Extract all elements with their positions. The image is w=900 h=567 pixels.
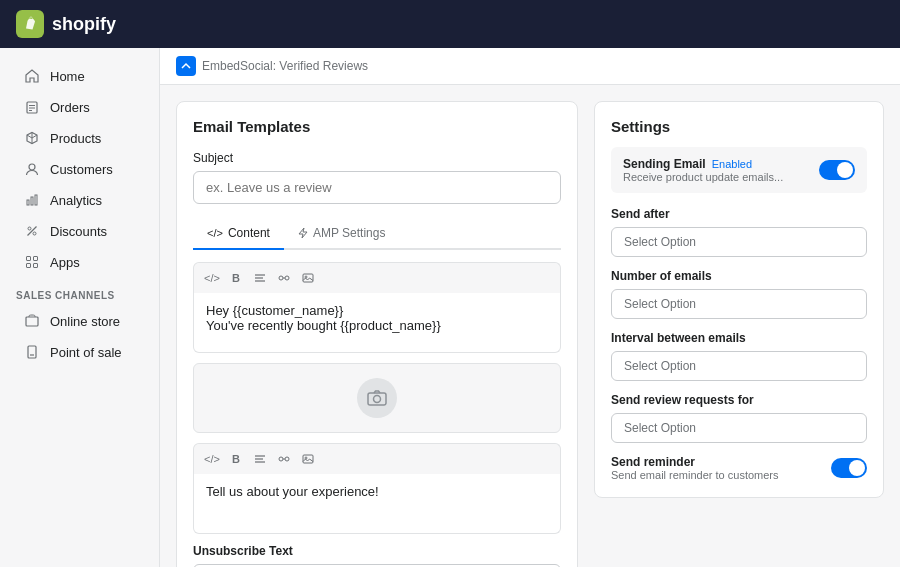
svg-rect-12 — [34, 257, 38, 261]
subject-label: Subject — [193, 151, 561, 165]
sidebar-item-analytics[interactable]: Analytics — [8, 185, 151, 215]
code-icon: </> — [207, 227, 223, 239]
sidebar-label-analytics: Analytics — [50, 193, 102, 208]
settings-title: Settings — [611, 118, 867, 135]
settings-card: Settings Sending Email Enabled Receive p… — [594, 101, 884, 498]
interval-label: Interval between emails — [611, 331, 867, 345]
svg-rect-13 — [27, 264, 31, 268]
toolbar-align-btn-2[interactable] — [250, 449, 270, 469]
sending-email-label: Sending Email — [623, 157, 706, 171]
editor-content-1[interactable]: Hey {{customer_name}} You've recently bo… — [193, 293, 561, 353]
editor-block-1: </> B Hey {{customer_name}} — [193, 262, 561, 353]
customers-icon — [24, 161, 40, 177]
num-emails-label: Number of emails — [611, 269, 867, 283]
toolbar-more-btn[interactable] — [298, 449, 318, 469]
svg-point-8 — [28, 227, 31, 230]
shopify-logo: shopify — [16, 10, 116, 38]
review-requests-row: Send review requests for Select Option — [611, 393, 867, 443]
pos-icon — [24, 344, 40, 360]
editor-block-2: </> B Tell us about your experi — [193, 443, 561, 534]
sidebar-label-discounts: Discounts — [50, 224, 107, 239]
svg-point-4 — [29, 164, 35, 170]
apps-icon — [24, 254, 40, 270]
camera-icon — [357, 378, 397, 418]
sending-email-toggle[interactable] — [819, 160, 855, 180]
tab-amp-label: AMP Settings — [313, 226, 385, 240]
sidebar-item-orders[interactable]: Orders — [8, 92, 151, 122]
sending-email-info: Sending Email Enabled Receive product up… — [623, 157, 783, 183]
sidebar-item-products[interactable]: Products — [8, 123, 151, 153]
breadcrumb-text: EmbedSocial: Verified Reviews — [202, 59, 368, 73]
toolbar-bold-btn-2[interactable]: B — [226, 449, 246, 469]
sidebar-label-products: Products — [50, 131, 101, 146]
send-after-select[interactable]: Select Option — [611, 227, 867, 257]
tab-amp-settings[interactable]: AMP Settings — [284, 218, 399, 250]
send-reminder-label: Send reminder — [611, 455, 779, 469]
main-layout: Home Orders Products Customers Analytics — [0, 48, 900, 567]
sidebar-label-home: Home — [50, 69, 85, 84]
sidebar-label-orders: Orders — [50, 100, 90, 115]
shopify-logo-icon — [16, 10, 44, 38]
content-area: EmbedSocial: Verified Reviews Email Temp… — [160, 48, 900, 567]
sidebar-label-pos: Point of sale — [50, 345, 122, 360]
unsubscribe-label: Unsubscribe Text — [193, 544, 561, 558]
svg-rect-34 — [303, 455, 313, 463]
svg-rect-15 — [26, 317, 38, 326]
svg-line-10 — [28, 227, 37, 236]
send-reminder-toggle[interactable] — [831, 458, 867, 478]
image-block[interactable] — [193, 363, 561, 433]
svg-rect-16 — [28, 346, 36, 358]
svg-rect-14 — [34, 264, 38, 268]
editor-line-3: Tell us about your experience! — [206, 484, 548, 499]
toolbar-link-btn[interactable] — [274, 268, 294, 288]
analytics-icon — [24, 192, 40, 208]
subject-input[interactable] — [193, 171, 561, 204]
editor-line-1: Hey {{customer_name}} — [206, 303, 548, 318]
send-reminder-row: Send reminder Send email reminder to cus… — [611, 455, 867, 481]
logo-text: shopify — [52, 14, 116, 35]
send-reminder-info: Send reminder Send email reminder to cus… — [611, 455, 779, 481]
two-col-layout: Email Templates Subject </> Content — [160, 85, 900, 567]
right-panel: Settings Sending Email Enabled Receive p… — [594, 101, 884, 567]
review-requests-select[interactable]: Select Option — [611, 413, 867, 443]
interval-row: Interval between emails Select Option — [611, 331, 867, 381]
svg-rect-11 — [27, 257, 31, 261]
send-after-label: Send after — [611, 207, 867, 221]
editor-toolbar-1: </> B — [193, 262, 561, 293]
svg-rect-6 — [31, 197, 33, 205]
breadcrumb-bar: EmbedSocial: Verified Reviews — [160, 48, 900, 85]
sidebar-label-apps: Apps — [50, 255, 80, 270]
content-tabs: </> Content AMP Settings — [193, 218, 561, 250]
sidebar-item-discounts[interactable]: Discounts — [8, 216, 151, 246]
sidebar-item-point-of-sale[interactable]: Point of sale — [8, 337, 151, 367]
toolbar-image-btn[interactable] — [298, 268, 318, 288]
tab-content-label: Content — [228, 226, 270, 240]
unsubscribe-section: Unsubscribe Text Note: To stop receiving… — [193, 544, 561, 567]
toolbar-code-btn-2[interactable]: </> — [202, 449, 222, 469]
sidebar-item-home[interactable]: Home — [8, 61, 151, 91]
svg-rect-22 — [285, 276, 289, 280]
svg-point-27 — [374, 396, 381, 403]
sending-email-desc: Receive product update emails... — [623, 171, 783, 183]
sidebar: Home Orders Products Customers Analytics — [0, 48, 160, 567]
toolbar-align-btn-1[interactable] — [250, 268, 270, 288]
left-panel: Email Templates Subject </> Content — [176, 101, 578, 567]
review-requests-label: Send review requests for — [611, 393, 867, 407]
num-emails-row: Number of emails Select Option — [611, 269, 867, 319]
sidebar-item-customers[interactable]: Customers — [8, 154, 151, 184]
sidebar-item-apps[interactable]: Apps — [8, 247, 151, 277]
toolbar-link-btn-2[interactable] — [274, 449, 294, 469]
editor-content-2[interactable]: Tell us about your experience! — [193, 474, 561, 534]
subject-field: Subject — [193, 151, 561, 204]
toolbar-code-btn[interactable]: </> — [202, 268, 222, 288]
toolbar-bold-btn[interactable]: B — [226, 268, 246, 288]
sidebar-label-online-store: Online store — [50, 314, 120, 329]
num-emails-select[interactable]: Select Option — [611, 289, 867, 319]
tab-content[interactable]: </> Content — [193, 218, 284, 250]
interval-select[interactable]: Select Option — [611, 351, 867, 381]
discounts-icon — [24, 223, 40, 239]
sidebar-item-online-store[interactable]: Online store — [8, 306, 151, 336]
home-icon — [24, 68, 40, 84]
top-nav: shopify — [0, 0, 900, 48]
svg-point-9 — [33, 232, 36, 235]
